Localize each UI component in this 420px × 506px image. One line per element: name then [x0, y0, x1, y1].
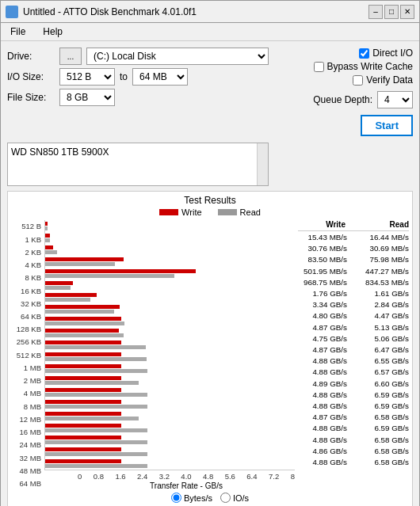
- ios-radio-label: IO/s: [233, 493, 249, 503]
- write-cell-0: 15.43 MB/s: [298, 232, 347, 243]
- queue-depth-label: Queue Depth:: [313, 94, 372, 105]
- read-bar-18: [45, 440, 147, 444]
- bars-area: [44, 220, 295, 470]
- write-cell-13: 4.89 GB/s: [298, 379, 347, 390]
- write-cell-8: 4.87 GB/s: [298, 322, 347, 333]
- write-cell-16: 4.87 GB/s: [298, 412, 347, 423]
- menu-file[interactable]: File: [6, 25, 30, 39]
- verify-data-checkbox[interactable]: [353, 75, 363, 86]
- file-size-label: File Size:: [7, 92, 55, 103]
- read-bar-6: [45, 298, 90, 302]
- bar-label-12: 2 MB: [24, 375, 41, 386]
- io-size-to-select[interactable]: 64 MB: [132, 68, 188, 86]
- bypass-write-cache-label: Bypass Write Cache: [327, 61, 414, 72]
- bar-row-6: [45, 291, 295, 302]
- data-row-4: 968.75 MB/s834.53 MB/s: [298, 277, 409, 288]
- bar-row-19: [45, 446, 295, 457]
- data-row-20: 4.88 GB/s6.58 GB/s: [298, 457, 409, 468]
- bar-row-17: [45, 422, 295, 433]
- verify-data-row: Verify Data: [353, 74, 413, 86]
- bytes-radio[interactable]: [171, 493, 181, 503]
- read-cell-15: 6.59 GB/s: [360, 401, 409, 412]
- read-bar-12: [45, 369, 147, 373]
- bar-label-18: 32 MB: [20, 452, 41, 464]
- write-bar-14: [45, 388, 121, 392]
- results-scrollbar[interactable]: [257, 143, 268, 185]
- bar-row-1: [45, 232, 295, 243]
- data-row-0: 15.43 MB/s16.44 MB/s: [298, 232, 409, 243]
- write-legend-label: Write: [181, 207, 201, 217]
- chart-section: Test Results Write Read 512 B1 KB2 KB4 K…: [7, 191, 413, 506]
- write-bar-2: [45, 245, 53, 249]
- content-area: Drive: ... (C:) Local Disk I/O Size: 512…: [1, 41, 419, 506]
- read-cell-19: 6.58 GB/s: [360, 446, 409, 457]
- bar-row-11: [45, 351, 295, 362]
- bar-row-10: [45, 339, 295, 350]
- bar-label-2: 2 KB: [25, 246, 41, 258]
- col-write-header: Write: [298, 220, 346, 229]
- io-size-from-select[interactable]: 512 B: [59, 68, 115, 86]
- drive-select[interactable]: (C:) Local Disk: [86, 48, 269, 65]
- data-row-1: 30.76 MB/s30.69 MB/s: [298, 243, 409, 254]
- file-size-select[interactable]: 8 GB: [59, 89, 115, 106]
- data-table: Write Read 15.43 MB/s16.44 MB/s30.76 MB/…: [298, 220, 409, 490]
- bar-row-13: [45, 375, 295, 386]
- queue-depth-select[interactable]: 4: [377, 91, 413, 108]
- bytes-radio-item: Bytes/s: [171, 493, 212, 503]
- menu-help[interactable]: Help: [38, 25, 67, 39]
- write-bar-12: [45, 364, 121, 368]
- bar-row-9: [45, 327, 295, 338]
- bypass-write-cache-checkbox[interactable]: [314, 62, 324, 72]
- bar-label-5: 16 KB: [21, 285, 41, 297]
- write-bar-5: [45, 281, 73, 285]
- legend-write: Write: [159, 207, 201, 217]
- read-legend-color: [218, 209, 237, 215]
- bars-wrapper: 00.81.62.43.24.04.85.66.47.28 Transfer R…: [44, 220, 295, 490]
- bar-label-7: 64 KB: [21, 310, 41, 322]
- close-button[interactable]: ✕: [400, 5, 414, 19]
- ios-radio[interactable]: [220, 493, 231, 503]
- data-row-7: 4.80 GB/s4.47 GB/s: [298, 310, 409, 321]
- direct-io-checkbox[interactable]: [359, 48, 369, 59]
- bar-label-6: 32 KB: [21, 298, 41, 310]
- read-cell-11: 6.55 GB/s: [360, 356, 409, 367]
- maximize-button[interactable]: □: [384, 5, 399, 19]
- bar-row-20: [45, 458, 295, 469]
- read-bar-4: [45, 274, 174, 278]
- x-axis: 00.81.62.43.24.04.85.66.47.28: [44, 472, 295, 481]
- write-bar-3: [45, 257, 124, 261]
- main-window: File Help Drive: ... (C:) Local Disk I/O…: [0, 22, 420, 506]
- bar-label-16: 16 MB: [20, 426, 41, 438]
- read-bar-9: [45, 333, 124, 337]
- write-bar-16: [45, 412, 121, 416]
- read-bar-16: [45, 417, 139, 420]
- minimize-button[interactable]: –: [368, 5, 383, 19]
- read-cell-12: 6.57 GB/s: [360, 367, 409, 378]
- write-legend-color: [159, 209, 178, 215]
- io-size-row: I/O Size: 512 B to 64 MB: [7, 68, 288, 86]
- data-row-15: 4.88 GB/s6.59 GB/s: [298, 401, 409, 412]
- write-bar-9: [45, 329, 119, 333]
- write-cell-9: 4.75 GB/s: [298, 333, 347, 344]
- write-cell-6: 3.34 GB/s: [298, 299, 347, 310]
- window-controls[interactable]: – □ ✕: [368, 5, 414, 19]
- read-cell-18: 6.58 GB/s: [360, 435, 409, 446]
- direct-io-row: Direct I/O: [359, 48, 413, 59]
- write-cell-10: 4.87 GB/s: [298, 344, 347, 356]
- chart-body: 512 B1 KB2 KB4 KB8 KB16 KB32 KB64 KB128 …: [11, 220, 409, 490]
- drive-browse-button[interactable]: ...: [59, 48, 82, 65]
- drive-row: Drive: ... (C:) Local Disk: [7, 48, 288, 65]
- data-row-6: 3.34 GB/s2.84 GB/s: [298, 299, 409, 310]
- write-cell-5: 1.76 GB/s: [298, 288, 347, 299]
- read-cell-8: 5.13 GB/s: [360, 322, 409, 333]
- write-cell-14: 4.88 GB/s: [298, 390, 347, 401]
- chart-legend: Write Read: [11, 207, 409, 217]
- x-axis-label-5: 4.0: [181, 472, 191, 481]
- legend-read: Read: [218, 207, 261, 217]
- bar-row-18: [45, 434, 295, 445]
- data-row-12: 4.88 GB/s6.57 GB/s: [298, 367, 409, 378]
- data-row-18: 4.88 GB/s6.58 GB/s: [298, 435, 409, 446]
- data-row-19: 4.86 GB/s6.58 GB/s: [298, 446, 409, 457]
- write-cell-20: 4.88 GB/s: [298, 457, 347, 468]
- start-button[interactable]: Start: [361, 115, 413, 136]
